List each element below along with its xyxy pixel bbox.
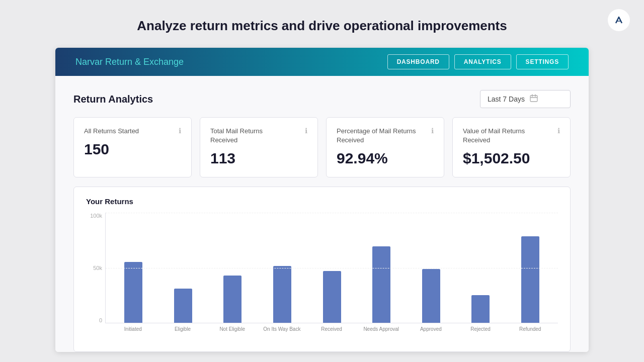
metric-card-pct-mail: Percentage of Mail Returns Received ℹ 92… <box>326 117 444 177</box>
metric-info-icon-1[interactable]: ℹ <box>305 127 307 135</box>
bar-initiated[interactable] <box>124 262 142 323</box>
x-label-needs-approval: Needs Approval <box>357 323 405 332</box>
metric-label-0: All Returns Started <box>84 127 139 136</box>
date-filter-label: Last 7 Days <box>488 95 525 103</box>
x-label-eligible: Eligible <box>159 323 207 332</box>
metrics-row: All Returns Started ℹ 150 Total Mail Ret… <box>73 117 571 177</box>
metric-card-value-mail: Value of Mail Returns Received ℹ $1,502.… <box>452 117 571 177</box>
metric-label-row-3: Value of Mail Returns Received ℹ <box>463 127 560 145</box>
analytics-header: Return Analytics Last 7 Days <box>73 90 571 108</box>
svg-rect-1 <box>530 96 537 102</box>
x-label-on-its-way-back: On Its Way Back <box>258 323 306 332</box>
nav-brand: Narvar Return & Exchange <box>75 57 184 67</box>
x-label-rejected: Rejected <box>457 323 505 332</box>
x-label-refunded: Refunded <box>506 323 554 332</box>
metric-info-icon-3[interactable]: ℹ <box>557 127 560 135</box>
metric-info-icon-0[interactable]: ℹ <box>179 127 181 135</box>
app-container: Narvar Return & Exchange DASHBOARD ANALY… <box>55 48 589 352</box>
y-label-50k: 50k <box>93 265 102 271</box>
bar-on-its-way-back[interactable] <box>273 266 291 323</box>
bar-received[interactable] <box>323 271 341 323</box>
bar-eligible[interactable] <box>174 289 192 323</box>
page-heading: Analyze return metrics and drive operati… <box>137 18 507 34</box>
calendar-icon <box>530 94 538 104</box>
metric-value-1: 113 <box>210 150 307 167</box>
narvar-logo <box>608 9 630 31</box>
bar-approved[interactable] <box>422 269 440 323</box>
metric-label-3: Value of Mail Returns Received <box>463 127 543 145</box>
y-label-100k: 100k <box>90 213 102 219</box>
metric-label-2: Percentage of Mail Returns Received <box>337 127 417 145</box>
bar-not-eligible[interactable] <box>223 276 242 323</box>
analytics-title: Return Analytics <box>73 94 153 105</box>
nav-bar: Narvar Return & Exchange DASHBOARD ANALY… <box>55 48 589 76</box>
nav-btn-analytics[interactable]: ANALYTICS <box>454 54 511 69</box>
x-label-received: Received <box>308 323 356 332</box>
x-label-initiated: Initiated <box>109 323 157 332</box>
date-filter-dropdown[interactable]: Last 7 Days <box>480 90 571 108</box>
metric-label-row-0: All Returns Started ℹ <box>84 127 181 136</box>
chart-title: Your Returns <box>86 197 558 206</box>
metric-label-row-2: Percentage of Mail Returns Received ℹ <box>337 127 434 145</box>
metric-info-icon-2[interactable]: ℹ <box>431 127 434 135</box>
chart-area: 100k 50k 0 Initia <box>86 213 558 343</box>
metric-card-mail-returns: Total Mail Returns Received ℹ 113 <box>200 117 318 177</box>
metric-value-0: 150 <box>84 141 181 158</box>
bar-needs-approval[interactable] <box>372 246 390 323</box>
y-label-0: 0 <box>99 317 102 323</box>
nav-btn-settings[interactable]: SETTINGS <box>516 54 569 69</box>
metric-value-3: $1,502.50 <box>463 150 560 167</box>
metric-value-2: 92.94% <box>337 150 434 167</box>
metric-label-row-1: Total Mail Returns Received ℹ <box>210 127 307 145</box>
x-label-approved: Approved <box>407 323 455 332</box>
nav-links: DASHBOARD ANALYTICS SETTINGS <box>387 54 569 69</box>
nav-brand-name: Narvar <box>75 57 103 67</box>
nav-btn-dashboard[interactable]: DASHBOARD <box>387 54 449 69</box>
bar-refunded[interactable] <box>521 236 539 323</box>
svg-point-0 <box>612 13 626 27</box>
main-content: Return Analytics Last 7 Days <box>55 76 589 352</box>
metric-card-all-returns: All Returns Started ℹ 150 <box>73 117 192 177</box>
x-label-not-eligible: Not Eligible <box>208 323 256 332</box>
page-wrapper: Analyze return metrics and drive operati… <box>0 0 644 362</box>
chart-section: Your Returns 100k 50k 0 <box>73 187 571 352</box>
bar-rejected[interactable] <box>471 295 490 323</box>
nav-brand-subtitle: Return & Exchange <box>103 57 184 67</box>
metric-label-1: Total Mail Returns Received <box>210 127 291 145</box>
